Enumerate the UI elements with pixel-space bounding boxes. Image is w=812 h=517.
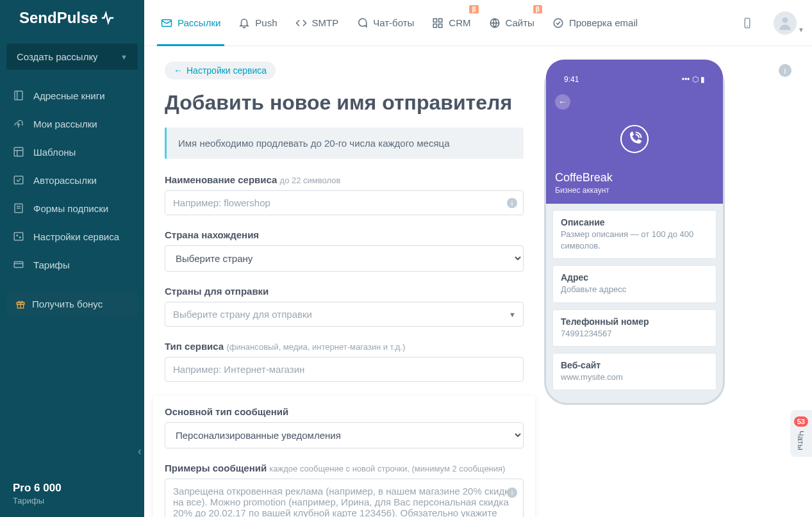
msg-type-select[interactable]: Персонализированные уведомления	[165, 422, 524, 448]
svg-rect-0	[15, 91, 22, 100]
gift-icon	[15, 299, 26, 309]
pulse-icon	[101, 11, 115, 25]
chat-count-badge: 53	[794, 416, 808, 427]
tab-smtp[interactable]: SMTP	[294, 0, 340, 46]
preview-phone: Телефонный номер74991234567	[552, 309, 717, 347]
plan-info[interactable]: Pro 6 000 Тарифы	[0, 470, 144, 517]
user-avatar[interactable]: ▼	[774, 12, 797, 35]
page-title: Добавить новое имя отправителя	[165, 91, 524, 115]
svg-point-27	[621, 126, 648, 152]
create-campaign-button[interactable]: Создать рассылку ▼	[6, 44, 138, 70]
viber-icon	[555, 121, 714, 157]
svg-rect-2	[14, 147, 23, 156]
preview-address: АдресДобавьте адресс	[552, 265, 717, 302]
sidebar-collapse-button[interactable]: ‹	[138, 445, 142, 458]
upload-icon	[13, 118, 24, 129]
get-bonus-button[interactable]: Получить бонус	[6, 291, 138, 316]
tab-crm[interactable]: CRMβ	[431, 0, 472, 46]
chat-icon	[356, 17, 368, 29]
check-icon	[552, 17, 564, 29]
sidebar-item-auto[interactable]: Авторассылки	[6, 166, 138, 194]
svg-point-11	[20, 237, 21, 238]
preview-brand: CoffeBreak	[555, 171, 714, 185]
chevron-down-icon: ▼	[798, 26, 804, 33]
tab-chatbots[interactable]: Чат-боты	[355, 0, 415, 46]
send-countries-select[interactable]	[165, 302, 524, 327]
highlighted-section: Основной тип сообщений Персонализированн…	[153, 396, 535, 517]
card-icon	[13, 259, 24, 270]
svg-rect-19	[439, 19, 442, 22]
top-navigation: Рассылки Push SMTP Чат-боты CRMβ Сайтыβ …	[144, 0, 812, 46]
info-icon[interactable]: i	[507, 488, 517, 498]
service-name-label: Наименование сервиса до 22 символов	[165, 174, 524, 185]
back-link[interactable]: ← Настройки сервиса	[165, 62, 276, 79]
examples-label: Примеры сообщений каждое сообщение с нов…	[165, 463, 524, 473]
svg-rect-5	[14, 176, 23, 184]
book-icon	[13, 90, 24, 101]
svg-point-23	[554, 19, 563, 28]
service-name-input[interactable]	[165, 190, 524, 215]
phone-back-button: ←	[555, 94, 570, 110]
notice-banner: Имя необходимо продлевать до 20-го числа…	[165, 127, 524, 159]
svg-rect-12	[14, 262, 23, 268]
svg-rect-20	[434, 24, 437, 27]
country-label: Страна нахождения	[165, 229, 524, 240]
svg-point-10	[17, 235, 18, 236]
autoresponder-icon	[13, 174, 24, 186]
globe-icon	[489, 17, 501, 29]
settings-icon	[13, 231, 24, 242]
sidebar-item-forms[interactable]: Формы подписки	[6, 194, 138, 222]
sidebar-item-templates[interactable]: Шаблоны	[6, 138, 138, 166]
sidebar: SendPulse Создать рассылку ▼ Адресные кн…	[0, 0, 144, 517]
form-icon	[13, 202, 24, 214]
tab-sites[interactable]: Сайтыβ	[488, 0, 536, 46]
phone-preview: 9:41 ••• ⬡ ▮ ← CoffeBreak Бизнес аккаунт…	[544, 62, 725, 405]
beta-badge: β	[533, 5, 542, 13]
send-countries-label: Страны для отправки	[165, 286, 524, 297]
sidebar-item-pricing[interactable]: Тарифы	[6, 250, 138, 279]
svg-point-26	[783, 17, 788, 23]
bell-icon	[238, 17, 250, 29]
sidebar-item-settings[interactable]: Настройки сервиса	[6, 222, 138, 250]
page-info-icon[interactable]: i	[779, 64, 791, 77]
svg-rect-18	[434, 19, 437, 22]
svg-rect-9	[14, 233, 23, 240]
chevron-down-icon: ▼	[509, 311, 516, 318]
preview-description: ОписаниеРазмер описания — от 100 до 400 …	[552, 210, 717, 259]
logo[interactable]: SendPulse	[0, 9, 144, 44]
beta-badge: β	[469, 5, 478, 13]
sidebar-item-address-books[interactable]: Адресные книги	[6, 81, 138, 110]
country-select[interactable]: Выберите страну	[165, 245, 524, 272]
tab-verify[interactable]: Проверка email	[551, 0, 639, 46]
phone-time: 9:41	[564, 75, 579, 84]
template-icon	[13, 146, 24, 158]
examples-textarea[interactable]	[165, 479, 524, 517]
mobile-icon[interactable]	[736, 12, 758, 34]
service-type-input[interactable]	[165, 357, 524, 382]
service-type-label: Тип сервиса (финансовый, медиа, интернет…	[165, 341, 524, 352]
tab-campaigns[interactable]: Рассылки	[160, 0, 222, 46]
signal-icon: ••• ⬡ ▮	[682, 75, 705, 84]
code-icon	[295, 17, 307, 29]
preview-subtitle: Бизнес аккаунт	[555, 186, 714, 195]
tab-push[interactable]: Push	[237, 0, 278, 46]
grid-icon	[432, 17, 443, 29]
preview-website: Веб-сайтwww.mysite.com	[552, 353, 717, 390]
svg-rect-21	[439, 24, 442, 27]
chat-widget[interactable]: 53 Чаты	[790, 410, 812, 457]
sidebar-item-campaigns[interactable]: Мои рассылки	[6, 110, 138, 138]
msg-type-label: Основной тип сообщений	[165, 406, 524, 417]
chevron-down-icon: ▼	[120, 53, 128, 61]
info-icon[interactable]: i	[507, 198, 517, 208]
mail-icon	[161, 17, 172, 29]
